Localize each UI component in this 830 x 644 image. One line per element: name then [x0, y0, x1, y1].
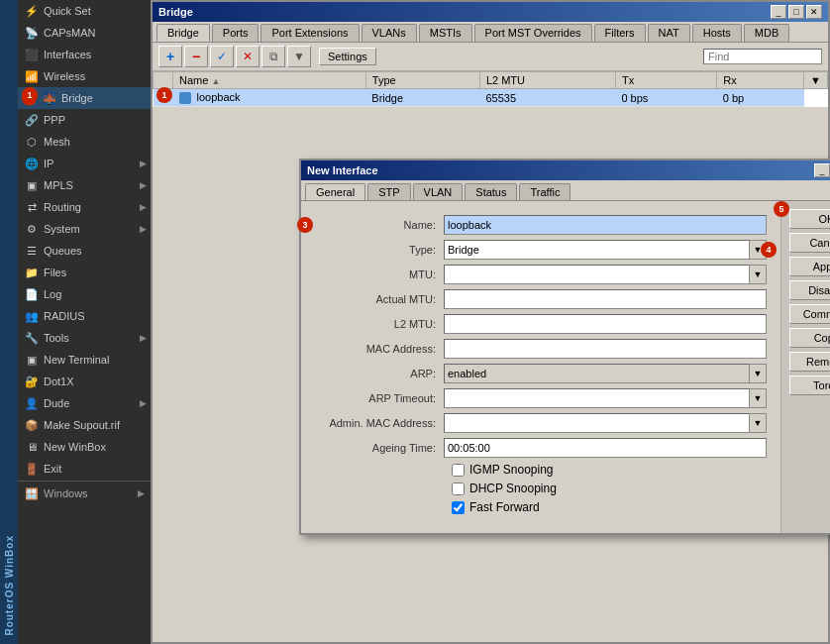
tab-ports[interactable]: Ports — [212, 24, 259, 42]
sidebar-item-new-terminal[interactable]: ▣ New Terminal — [18, 349, 151, 371]
comment-button[interactable]: Comment — [789, 304, 830, 324]
mpls-icon: ▣ — [24, 177, 40, 193]
dialog-tab-vlan[interactable]: VLAN — [413, 183, 464, 200]
mtu-input[interactable] — [444, 265, 767, 284]
admin-mac-input[interactable] — [444, 413, 767, 433]
col-header-l2mtu[interactable]: L2 MTU — [479, 72, 615, 89]
files-icon: 📁 — [24, 265, 40, 280]
check-button[interactable]: ✓ — [210, 46, 234, 67]
close-button[interactable]: ✕ — [806, 5, 822, 19]
cancel-button[interactable]: Cancel — [789, 233, 830, 253]
sidebar-item-radius[interactable]: 👥 RADIUS — [18, 305, 151, 327]
sidebar-item-windows[interactable]: 🪟 Windows ▶ — [18, 483, 151, 504]
settings-button[interactable]: Settings — [319, 48, 376, 65]
arp-timeout-input[interactable] — [444, 388, 767, 408]
sidebar-item-mesh[interactable]: ⬡ Mesh — [18, 131, 151, 153]
tab-bridge[interactable]: Bridge — [156, 24, 210, 42]
col-header-name[interactable]: Name ▲ — [173, 72, 366, 89]
maximize-button[interactable]: □ — [788, 5, 804, 19]
tab-mdb[interactable]: MDB — [744, 24, 789, 42]
ageing-time-input[interactable] — [444, 438, 767, 458]
sidebar-item-wireless[interactable]: 📶 Wireless — [18, 65, 151, 87]
arp-dropdown-arrow[interactable]: ▼ — [749, 364, 767, 383]
sidebar-item-queues[interactable]: ☰ Queues — [18, 240, 151, 262]
igmp-row: IGMP Snooping — [315, 463, 767, 477]
sidebar-label: System — [44, 223, 140, 235]
sidebar-item-files[interactable]: 📁 Files — [18, 262, 151, 283]
filter-button[interactable]: ▼ — [287, 46, 311, 67]
minimize-button[interactable]: _ — [771, 5, 786, 19]
arrow-icon: ▶ — [140, 202, 147, 212]
col-header-rx[interactable]: Rx — [717, 72, 804, 89]
add-button[interactable]: + — [158, 46, 182, 67]
bridge-titlebar: Bridge _ □ ✕ — [153, 2, 828, 22]
dhcp-checkbox[interactable] — [452, 483, 465, 495]
sidebar-item-new-winbox[interactable]: 🖥 New WinBox — [18, 436, 151, 458]
sidebar-item-exit[interactable]: 🚪 Exit — [18, 458, 151, 480]
col-header-tx[interactable]: Tx — [615, 72, 716, 89]
find-input[interactable] — [703, 49, 822, 64]
dialog-tab-traffic[interactable]: Traffic — [519, 183, 571, 200]
admin-mac-arrow[interactable]: ▼ — [749, 413, 767, 433]
ok-button[interactable]: OK — [789, 209, 830, 229]
torch-button[interactable]: Torch — [789, 376, 830, 395]
fast-forward-checkbox[interactable] — [452, 501, 465, 514]
tab-nat[interactable]: NAT — [648, 24, 690, 42]
dialog-tab-general[interactable]: General — [305, 183, 365, 200]
sidebar-item-dude[interactable]: 👤 Dude ▶ — [18, 392, 151, 414]
disable-button[interactable]: Disable — [789, 280, 830, 300]
sidebar-item-routing[interactable]: ⇄ Routing ▶ — [18, 196, 151, 218]
sidebar-item-tools[interactable]: 🔧 Tools ▶ — [18, 327, 151, 349]
x-button[interactable]: ✕ — [236, 46, 259, 67]
tab-filters[interactable]: Filters — [594, 24, 646, 42]
mtu-dropdown-arrow[interactable]: ▼ — [749, 265, 767, 284]
arrow-icon: ▶ — [140, 333, 147, 343]
sidebar-label: Files — [44, 267, 147, 278]
sidebar-item-ppp[interactable]: 🔗 PPP — [18, 109, 151, 131]
copy-tool-button[interactable]: ⧉ — [261, 46, 285, 67]
sidebar-label: Bridge — [61, 92, 147, 104]
igmp-checkbox[interactable] — [452, 464, 465, 477]
badge-1: 1 — [22, 87, 38, 103]
log-icon: 📄 — [24, 286, 40, 302]
dot1x-icon: 🔐 — [24, 374, 40, 389]
type-select[interactable]: Bridge — [444, 240, 767, 260]
arp-timeout-arrow[interactable]: ▼ — [749, 388, 767, 408]
sidebar-item-make-supout[interactable]: 📦 Make Supout.rif — [18, 414, 151, 436]
sidebar-item-capsman[interactable]: 📡 CAPsMAN — [18, 22, 151, 44]
app-logo: RouterOS WinBox — [4, 535, 15, 636]
tab-port-mst-overrides[interactable]: Port MST Overrides — [474, 24, 592, 42]
copy-button[interactable]: Copy — [789, 328, 830, 348]
sidebar-item-system[interactable]: ⚙ System ▶ — [18, 218, 151, 240]
tab-mstis[interactable]: MSTIs — [419, 24, 472, 42]
sidebar-item-ip[interactable]: 🌐 IP ▶ — [18, 153, 151, 174]
apply-button[interactable]: Apply — [789, 257, 830, 276]
actual-mtu-input[interactable] — [444, 289, 767, 309]
remove-button[interactable]: Remove — [789, 352, 830, 372]
dialog-minimize-button[interactable]: _ — [814, 163, 830, 177]
sidebar-item-log[interactable]: 📄 Log — [18, 283, 151, 305]
col-header-type[interactable]: Type — [365, 72, 479, 89]
form-row-ageing: Ageing Time: — [315, 438, 767, 458]
sidebar-item-mpls[interactable]: ▣ MPLS ▶ — [18, 174, 151, 196]
radius-icon: 👥 — [24, 308, 40, 324]
menu-divider — [18, 481, 151, 482]
tab-hosts[interactable]: Hosts — [692, 24, 742, 42]
sidebar-item-dot1x[interactable]: 🔐 Dot1X — [18, 371, 151, 392]
table-row[interactable]: R loopback Bridge 65535 0 bps 0 bp — [154, 89, 828, 107]
sidebar-item-interfaces[interactable]: ⬛ Interfaces — [18, 44, 151, 65]
mac-input[interactable] — [444, 339, 767, 359]
dialog-tab-status[interactable]: Status — [465, 183, 517, 200]
arrow-icon: ▶ — [140, 398, 147, 408]
dialog-tab-stp[interactable]: STP — [367, 183, 410, 200]
bridge-table: Name ▲ Type L2 MTU Tx Rx ▼ R — [153, 71, 828, 107]
arp-select[interactable]: enabled — [444, 364, 767, 383]
tab-port-extensions[interactable]: Port Extensions — [260, 24, 359, 42]
dude-icon: 👤 — [24, 395, 40, 411]
sidebar-item-quick-set[interactable]: ⚡ Quick Set — [18, 0, 151, 22]
tab-vlans[interactable]: VLANs — [362, 24, 417, 42]
sidebar-item-bridge[interactable]: 2 🌉 Bridge — [18, 87, 151, 109]
remove-button[interactable]: − — [184, 46, 208, 67]
l2mtu-input[interactable] — [444, 314, 767, 334]
name-input[interactable] — [444, 215, 767, 235]
